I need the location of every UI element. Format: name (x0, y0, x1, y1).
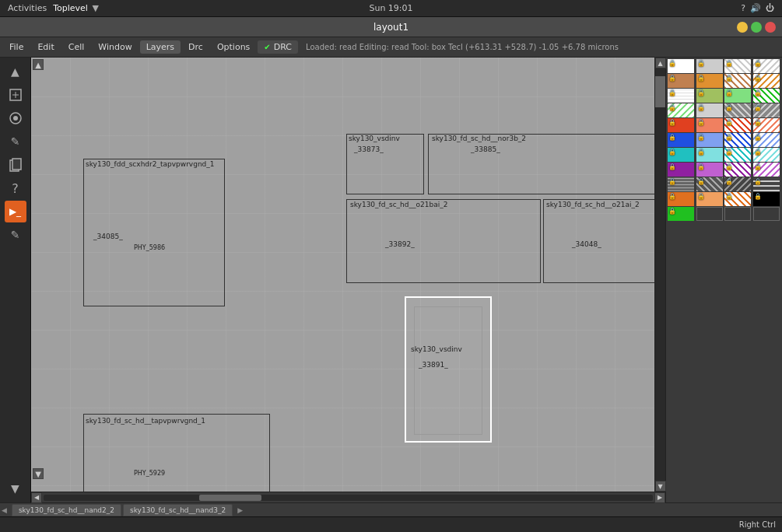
layer-cell-43[interactable] (724, 207, 751, 221)
layer-cell-34[interactable]: 🔒 (696, 177, 723, 191)
layer-cell-38[interactable]: 🔒 (696, 192, 723, 206)
sys-icon-2[interactable]: 🔊 (750, 3, 761, 13)
layer-cell-8[interactable]: 🔒 (753, 74, 780, 88)
layer-cell-30[interactable]: 🔒 (696, 163, 723, 177)
layer-cell-4[interactable]: 🔒 (753, 59, 780, 73)
layer-cell-44[interactable] (753, 207, 780, 221)
layer-cell-21[interactable]: 🔒 (668, 133, 694, 147)
bottom-tab-2[interactable]: sky130_fd_sc_hd__nand3_2 (123, 504, 233, 516)
toplevel-label[interactable]: Toplevel ▼ (53, 3, 99, 13)
layer-cell-13[interactable]: 🔒 (668, 103, 694, 117)
cell-sublabel-33885: _33885_ (471, 145, 500, 153)
svg-point-4 (13, 116, 18, 121)
layer-cell-17[interactable]: 🔒 (668, 118, 694, 132)
layer-cell-11[interactable]: 🔒 (724, 89, 751, 103)
layer-cell-18[interactable]: 🔒 (696, 118, 723, 132)
sidebar-icon-terminal[interactable]: ▶_ (5, 201, 26, 222)
layer-cell-27[interactable]: 🔒 (724, 148, 751, 162)
sidebar-scroll-down[interactable]: ▼ (5, 478, 26, 499)
vscrollbar[interactable]: ▲ ▼ (654, 58, 665, 492)
sidebar-scroll-up[interactable]: ▲ (5, 61, 26, 82)
layer-cell-12[interactable]: 🔒 (753, 89, 780, 103)
layer-cell-19[interactable]: 🔒 (724, 118, 751, 132)
layer-cell-16[interactable]: 🔒 (753, 103, 780, 117)
bottom-left-arrow[interactable]: ◀ (2, 506, 7, 514)
bottom-right-arrow[interactable]: ▶ (237, 506, 243, 514)
layer-cell-37[interactable]: 🔒 (668, 192, 694, 206)
sidebar-icon-edit2[interactable]: ✎ (5, 224, 26, 246)
canvas-area[interactable]: sky130_vsdinv _33873_ sky130_fd_sc_hd__n… (31, 58, 654, 492)
layer-cell-41[interactable]: 🔒 (668, 207, 694, 221)
hscroll-track[interactable] (44, 495, 653, 501)
layer-cell-3[interactable]: 🔒 (724, 59, 751, 73)
layer-cell-24[interactable]: 🔒 (753, 133, 780, 147)
status-bar: Right Ctrl (0, 516, 782, 532)
menu-options[interactable]: Options (211, 40, 256, 54)
canvas-content: sky130_vsdinv _33873_ sky130_fd_sc_hd__n… (31, 58, 654, 492)
layer-cell-29[interactable]: 🔒 (668, 163, 694, 177)
layer-cell-2[interactable]: 🔒 (696, 59, 723, 73)
layer-cell-22[interactable]: 🔒 (696, 133, 723, 147)
canvas-down-btn[interactable]: ▼ (33, 468, 44, 479)
sidebar-icon-pen[interactable]: ✎ (5, 131, 26, 152)
layer-cell-6[interactable]: 🔒 (696, 74, 723, 88)
sidebar-icon-1[interactable] (5, 84, 26, 106)
hscrollbar[interactable]: ◀ ▶ (31, 492, 665, 502)
menu-layers[interactable]: Layers (140, 40, 181, 54)
layer-cell-42[interactable] (696, 207, 723, 221)
layer-cell-1[interactable]: 🔒 (668, 59, 694, 73)
sidebar-icon-2[interactable] (5, 107, 26, 129)
layer-cell-35[interactable]: 🔒 (724, 177, 751, 191)
toplevel-arrow-icon: ▼ (92, 3, 98, 13)
sys-icon-3[interactable]: ⏻ (766, 3, 774, 13)
cell-o21bai-33892[interactable] (346, 199, 541, 283)
bottom-tab-1[interactable]: sky130_fd_sc_hd__nand2_2 (12, 504, 121, 516)
activities-label[interactable]: Activities (8, 3, 47, 13)
lock-icon: 🔒 (754, 178, 762, 185)
hscroll-thumb[interactable] (199, 495, 261, 501)
menu-window[interactable]: Window (92, 40, 138, 54)
hscroll-right[interactable]: ▶ (654, 492, 665, 503)
layer-cell-39[interactable]: 🔒 (724, 192, 751, 206)
menu-drc-checked[interactable]: ✔ DRC (258, 40, 298, 54)
menu-edit[interactable]: Edit (31, 40, 60, 54)
menu-drc[interactable]: Drc (182, 40, 209, 54)
layer-cell-9[interactable]: 🔒 (668, 89, 694, 103)
layer-cell-5[interactable]: 🔒 (668, 74, 694, 88)
layer-cell-28[interactable]: 🔒 (753, 148, 780, 162)
layer-cell-33[interactable]: 🔒 (668, 177, 694, 191)
hscroll-left[interactable]: ◀ (31, 492, 42, 503)
cell-vsdinv-33873[interactable] (346, 134, 424, 194)
layer-cell-40[interactable]: 🔒 (753, 192, 780, 206)
layer-cell-14[interactable]: 🔒 (696, 103, 723, 117)
lock-icon: 🔒 (668, 104, 676, 111)
cell-tapvpwr2[interactable] (83, 414, 270, 492)
vscroll-down[interactable]: ▼ (655, 481, 666, 492)
layer-cell-7[interactable]: 🔒 (724, 74, 751, 88)
lock-icon: 🔒 (725, 75, 733, 82)
minimize-button[interactable] (737, 22, 748, 33)
layer-cell-25[interactable]: 🔒 (668, 148, 694, 162)
close-button[interactable] (765, 22, 776, 33)
layer-cell-15[interactable]: 🔒 (724, 103, 751, 117)
sidebar-icon-question[interactable]: ? (5, 177, 26, 199)
vscroll-track[interactable] (655, 68, 665, 481)
lock-icon: 🔒 (754, 89, 762, 96)
layer-cell-32[interactable]: 🔒 (753, 163, 780, 177)
cell-nor3b-33885[interactable] (428, 134, 654, 194)
canvas-up-btn[interactable]: ▲ (33, 59, 44, 70)
layer-cell-36[interactable]: 🔒 (753, 177, 780, 191)
layer-cell-23[interactable]: 🔒 (724, 133, 751, 147)
vscroll-up[interactable]: ▲ (655, 58, 666, 68)
maximize-button[interactable] (751, 22, 762, 33)
menu-file[interactable]: File (3, 40, 30, 54)
vscroll-thumb[interactable] (655, 76, 665, 107)
layer-cell-26[interactable]: 🔒 (696, 148, 723, 162)
sys-icon-1[interactable]: ? (741, 3, 745, 13)
lock-icon: 🔒 (725, 89, 733, 96)
layer-cell-10[interactable]: 🔒 (696, 89, 723, 103)
menu-cell[interactable]: Cell (62, 40, 91, 54)
sidebar-icon-copy[interactable] (5, 154, 26, 176)
layer-cell-31[interactable]: 🔒 (724, 163, 751, 177)
layer-cell-20[interactable]: 🔒 (753, 118, 780, 132)
